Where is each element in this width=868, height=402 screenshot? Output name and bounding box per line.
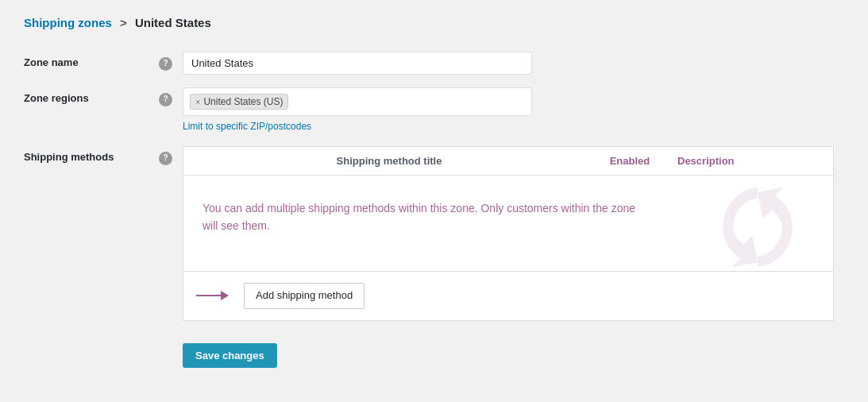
region-tag-remove-icon[interactable]: × (195, 98, 200, 106)
limit-zip-link[interactable]: Limit to specific ZIP/postcodes (183, 121, 844, 132)
sm-watermark-icon (706, 184, 809, 271)
breadcrumb-current: United States (135, 16, 211, 29)
sm-table-header: Shipping method title Enabled Descriptio… (183, 147, 833, 176)
zone-name-label: Zone name (24, 45, 159, 68)
col-desc-header: Description (677, 155, 820, 167)
col-enabled-header: Enabled (582, 155, 677, 167)
zone-regions-help-col: ? (159, 81, 183, 106)
add-shipping-method-button[interactable]: Add shipping method (244, 283, 365, 309)
shipping-methods-help-col: ? (159, 140, 183, 165)
zone-name-input[interactable] (183, 52, 532, 75)
zone-regions-field: × United States (US) Limit to specific Z… (183, 81, 844, 132)
zone-regions-row: Zone regions ? × United States (US) Limi… (24, 81, 844, 132)
breadcrumb-separator: > (120, 16, 127, 29)
breadcrumb: Shipping zones > United States (24, 16, 844, 29)
save-changes-button[interactable]: Save changes (183, 343, 277, 368)
sm-empty-text: You can add multiple shipping methods wi… (203, 199, 647, 235)
zone-name-help-col: ? (159, 45, 183, 71)
shipping-methods-label: Shipping methods (24, 140, 159, 163)
shipping-zones-link[interactable]: Shipping zones (24, 16, 112, 29)
zone-name-row: Zone name ? (24, 45, 844, 75)
region-tag: × United States (US) (190, 94, 288, 110)
arrow-icon (196, 295, 228, 296)
col-title-header: Shipping method title (196, 155, 582, 167)
region-tag-label: United States (US) (203, 96, 283, 107)
zone-regions-input-wrap[interactable]: × United States (US) (183, 87, 532, 116)
zone-regions-label: Zone regions (24, 81, 159, 104)
sm-empty-area: You can add multiple shipping methods wi… (183, 176, 833, 271)
shipping-methods-help-icon[interactable]: ? (159, 152, 172, 165)
sm-footer: Add shipping method (183, 271, 833, 320)
shipping-methods-table: Shipping method title Enabled Descriptio… (183, 146, 834, 321)
zone-name-help-icon[interactable]: ? (159, 57, 172, 71)
zone-name-field (183, 45, 844, 75)
zone-regions-help-icon[interactable]: ? (159, 93, 172, 106)
save-changes-area: Save changes (24, 329, 844, 368)
shipping-methods-row: Shipping methods ? Shipping method title… (24, 140, 844, 321)
shipping-methods-field: Shipping method title Enabled Descriptio… (183, 140, 844, 321)
